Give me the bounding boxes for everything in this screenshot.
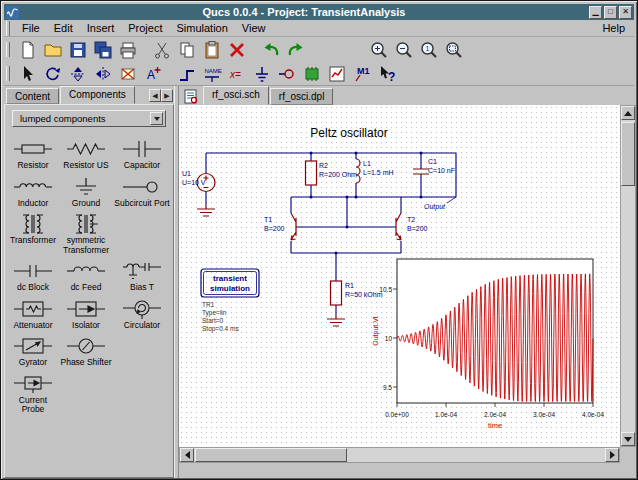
cut-button[interactable]: [149, 39, 174, 61]
component-capacitor[interactable]: Capacitor: [113, 136, 171, 171]
component-grid: Resistor Resistor US Capacitor Inductor …: [7, 136, 171, 415]
node-label-output[interactable]: Output: [424, 197, 456, 211]
port-button[interactable]: [274, 63, 299, 85]
scroll-up-button[interactable]: [621, 106, 635, 120]
menubar-handle[interactable]: [6, 21, 10, 36]
paste-button[interactable]: [199, 39, 224, 61]
wire-button[interactable]: [174, 63, 199, 85]
menu-project[interactable]: Project: [121, 21, 169, 35]
scroll-right-button[interactable]: [605, 448, 619, 462]
scroll-left-button[interactable]: [180, 448, 194, 462]
component-category-select[interactable]: lumped components: [12, 110, 166, 127]
mirror-y-button[interactable]: [90, 63, 115, 85]
zoom-in-icon: [369, 40, 389, 60]
menu-help[interactable]: Help: [593, 21, 634, 35]
view-data-icon: [327, 64, 347, 84]
tab-content[interactable]: Content: [6, 88, 59, 104]
svg-text:simulation: simulation: [210, 284, 250, 293]
simulate-button[interactable]: [299, 63, 324, 85]
component-resistor[interactable]: Resistor: [7, 136, 59, 171]
horizontal-scroll-thumb[interactable]: [195, 448, 347, 462]
open-file-button[interactable]: [40, 39, 65, 61]
tab-scroll-left-button[interactable]: ◀: [149, 89, 161, 102]
delete-icon: [227, 40, 247, 60]
tab-rf-osci-dpl[interactable]: rf_osci.dpl: [270, 88, 334, 105]
horizontal-scrollbar[interactable]: [179, 447, 620, 463]
copy-button[interactable]: [174, 39, 199, 61]
component-current-probe[interactable]: Current Probe: [7, 371, 59, 415]
schematic-canvas[interactable]: Peltz oscillator: [179, 105, 620, 447]
sym-transformer-icon: [66, 213, 106, 235]
tab-rf-osci-sch[interactable]: rf_osci.sch: [203, 86, 269, 105]
component-phase-shifter[interactable]: Phase Shifter: [59, 333, 113, 368]
equation-button[interactable]: x=: [224, 63, 249, 85]
new-file-button[interactable]: [15, 39, 40, 61]
mirror-x-button[interactable]: [65, 63, 90, 85]
app-icon[interactable]: [6, 6, 19, 19]
document-icon[interactable]: [183, 89, 199, 104]
zoom-fit-button[interactable]: [441, 39, 466, 61]
resistor-eu-icon: [13, 138, 53, 160]
vertical-scroll-thumb[interactable]: [621, 122, 635, 186]
component-gyrator[interactable]: Gyrator: [7, 333, 59, 368]
menu-view[interactable]: View: [235, 21, 273, 35]
close-button[interactable]: ✕: [619, 6, 632, 19]
tab-components[interactable]: Components: [60, 86, 135, 104]
component-symmetric-transformer[interactable]: symmetric Transformer: [59, 211, 113, 255]
component-dc-block[interactable]: dc Block: [7, 258, 59, 293]
transient-simulation-block[interactable]: transient simulation TR1 Type=lin Start=…: [201, 269, 259, 333]
select-pointer-button[interactable]: [15, 63, 40, 85]
svg-text:R1: R1: [345, 282, 354, 289]
maximize-button[interactable]: □: [604, 6, 617, 19]
component-circulator[interactable]: Circulator: [113, 296, 171, 331]
component-dc-feed[interactable]: dc Feed: [59, 258, 113, 293]
svg-text:3.0e-04: 3.0e-04: [533, 411, 555, 418]
save-all-button[interactable]: [90, 39, 115, 61]
component-ground[interactable]: Ground: [59, 174, 113, 209]
rotate-button[interactable]: [40, 63, 65, 85]
schematic-components[interactable]: [197, 159, 429, 326]
toolbar-handle[interactable]: [6, 42, 10, 57]
menu-insert[interactable]: Insert: [80, 21, 122, 35]
whats-this-button[interactable]: ?: [374, 63, 399, 85]
zoom-out-button[interactable]: [391, 39, 416, 61]
save-button[interactable]: [65, 39, 90, 61]
component-transformer[interactable]: Transformer: [7, 211, 59, 255]
component-inductor[interactable]: Inductor: [7, 174, 59, 209]
view-data-button[interactable]: [324, 63, 349, 85]
delete-button[interactable]: [224, 39, 249, 61]
component-bias-t[interactable]: Bias T: [113, 258, 171, 293]
vertical-scrollbar[interactable]: [620, 105, 636, 447]
combo-dropdown-button[interactable]: [150, 112, 163, 125]
menu-edit[interactable]: Edit: [47, 21, 80, 35]
move-text-button[interactable]: A: [140, 63, 165, 85]
arrow-down-icon: [624, 437, 632, 442]
menu-file[interactable]: File: [15, 21, 47, 35]
zoom-out-icon: [394, 40, 414, 60]
marker-button[interactable]: M1: [349, 63, 374, 85]
deactivate-button[interactable]: [115, 63, 140, 85]
print-button[interactable]: [115, 39, 140, 61]
scroll-down-button[interactable]: [621, 432, 635, 446]
x-axis-label: time: [488, 421, 502, 430]
component-isolator[interactable]: Isolator: [59, 296, 113, 331]
ground-button[interactable]: [249, 63, 274, 85]
zoom-in-button[interactable]: [366, 39, 391, 61]
new-file-icon: [18, 40, 38, 60]
component-subcircuit-port[interactable]: Subcircuit Port: [113, 174, 171, 209]
tab-scroll-right-button[interactable]: ▶: [161, 89, 173, 102]
svg-text:10: 10: [385, 335, 393, 342]
zoom-1-1-button[interactable]: 1: [416, 39, 441, 61]
wire-label-button[interactable]: NAME: [199, 63, 224, 85]
menu-bar: File Edit Insert Project Simulation View…: [4, 20, 634, 37]
y-axis-label: Output.Vt: [372, 316, 380, 346]
redo-button[interactable]: [283, 39, 308, 61]
schematic-title[interactable]: Peltz oscillator: [310, 126, 387, 140]
waveform-diagram[interactable]: 10.5 10 9.5 0.0e+00 1.0e-04 2.0e-04 3.0e…: [372, 259, 604, 430]
component-attenuator[interactable]: Attenuator: [7, 296, 59, 331]
component-resistor-us[interactable]: Resistor US: [59, 136, 113, 171]
undo-button[interactable]: [258, 39, 283, 61]
toolbar-handle[interactable]: [6, 66, 10, 81]
menu-simulation[interactable]: Simulation: [169, 21, 234, 35]
minimize-button[interactable]: ▁: [589, 6, 602, 19]
